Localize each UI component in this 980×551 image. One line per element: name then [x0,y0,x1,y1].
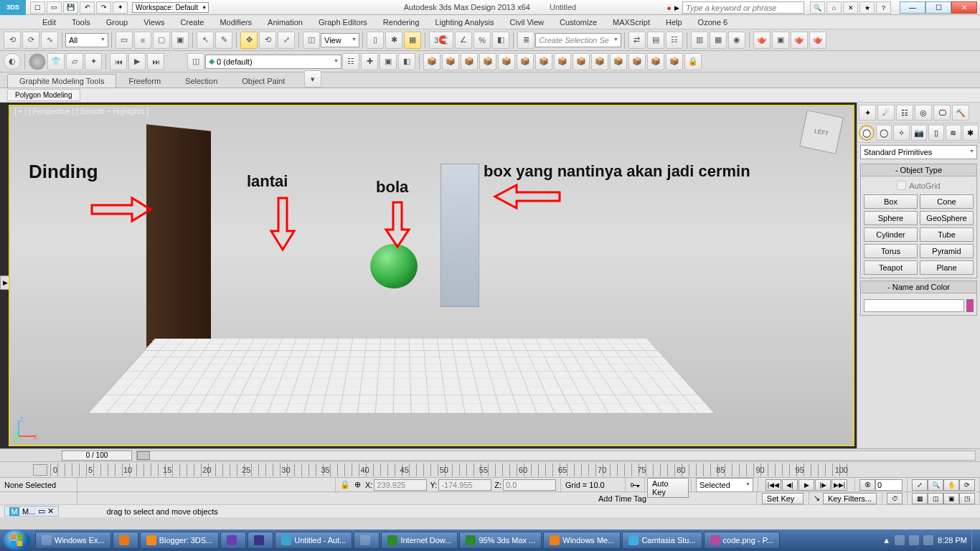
layer-dropdown[interactable]: ◆ 0 (default) [205,55,341,69]
menu-ozone6[interactable]: Ozone 6 [690,18,736,27]
mini-curve-icon[interactable] [33,464,47,476]
help-icon[interactable]: ? [876,1,891,14]
container12-icon[interactable]: 📦 [628,53,646,70]
primitive-teapot-button[interactable]: Teapot [864,260,918,275]
schematic-icon[interactable]: ▦ [710,32,727,49]
named-selection-dropdown[interactable]: Create Selection Se [535,33,621,47]
new-icon[interactable]: ▢ [30,1,45,14]
maximize-vp-icon[interactable]: ▣ [943,493,959,504]
primitive-box-button[interactable]: Box [864,194,918,209]
modify-panel-icon[interactable]: ☄ [877,105,895,121]
select-object-icon[interactable]: ▭ [116,32,133,49]
y-coord-input[interactable] [438,479,491,491]
primitive-torus-button[interactable]: Torus [864,244,918,258]
taskbar-item-4[interactable] [220,532,246,549]
tab-object-paint[interactable]: Object Paint [230,74,297,88]
favorite-icon[interactable]: ★ [859,1,875,14]
keyboard-shortcut-icon[interactable]: ▦ [404,32,421,49]
goto-end-icon[interactable]: ⏭ [147,53,164,70]
use-center-icon[interactable]: ▯ [367,32,384,49]
tab-selection[interactable]: Selection [173,74,230,88]
taskbar-item-8[interactable]: Internet Dow... [381,532,458,549]
container-lock-icon[interactable]: 🔒 [684,53,702,70]
select-by-name-icon[interactable]: ≡ [134,32,151,49]
cameras-category-icon[interactable]: 📷 [911,125,927,141]
container5-icon[interactable]: 📦 [498,53,515,70]
save-icon[interactable]: 💾 [63,1,78,14]
rotate-tool-icon[interactable]: ⟲ [259,32,276,49]
workspace-dropdown[interactable]: Workspace: Default [132,2,209,13]
angle-snap-icon[interactable]: ∠ [455,32,472,49]
menu-views[interactable]: Views [136,18,172,27]
zoom-all-icon[interactable]: ▦ [912,493,928,504]
ref-coord-icon[interactable]: ◫ [303,32,320,49]
z-coord-input[interactable] [503,479,556,491]
layer-select-icon[interactable]: ▣ [380,53,397,70]
layer-new-icon[interactable]: ☷ [342,53,359,70]
key-lock-icon[interactable]: 🗝 [630,479,640,491]
manipulate-icon[interactable]: ✱ [385,32,402,49]
key-filters-icon[interactable]: ↘ [814,494,820,503]
geometry-category-dropdown[interactable]: Standard Primitives [860,145,977,159]
align-icon[interactable]: ▤ [647,32,664,49]
unlink-tool-icon[interactable]: ⟳ [22,32,39,49]
menu-group[interactable]: Group [98,18,136,27]
current-frame-input[interactable] [875,479,903,491]
motion-panel-icon[interactable]: ◎ [915,105,932,121]
material-editor-icon[interactable]: ◉ [728,32,745,49]
container13-icon[interactable]: 📦 [647,53,664,70]
key-mode-toggle-icon[interactable]: ⦿ [859,479,875,491]
taskbar-item-7[interactable] [354,532,380,549]
curve-editor-icon[interactable]: ▥ [691,32,708,49]
layer-toggle-icon[interactable]: ◫ [187,53,204,70]
primitive-geosphere-button[interactable]: GeoSphere [920,211,974,225]
shirt-icon[interactable]: 👕 [47,53,65,70]
primitive-sphere-button[interactable]: Sphere [864,211,918,225]
tab-freeform[interactable]: Freeform [116,74,173,88]
spinner-snap-icon[interactable]: ◧ [492,32,509,49]
taskbar-item-5[interactable] [248,532,273,549]
systems-category-icon[interactable]: ✱ [963,125,979,141]
edit-named-sel-icon[interactable]: ≣ [517,32,534,49]
primitive-cone-button[interactable]: Cone [920,194,974,209]
container11-icon[interactable]: 📦 [610,53,627,70]
rendered-frame-icon[interactable]: ▣ [772,32,789,49]
link-icon[interactable]: ✦ [113,1,128,14]
taskbar-item-3[interactable]: Blogger: 3DS... [140,532,220,549]
shapes-category-icon[interactable]: ◯ [876,125,892,141]
primitive-plane-button[interactable]: Plane [920,260,974,275]
select-icon[interactable]: ↖ [197,32,214,49]
eraser-icon[interactable]: ▱ [66,53,83,70]
paint-select-icon[interactable]: ✎ [215,32,232,49]
minimize-button[interactable]: — [900,1,925,14]
time-ruler[interactable]: 0510152025303540455055606570758085909510… [50,463,851,476]
menu-tools[interactable]: Tools [64,18,98,27]
name-color-rollout-header[interactable]: - Name and Color [860,281,977,293]
layer-manager-icon[interactable]: ☷ [666,32,683,49]
taskbar-item-2[interactable] [113,532,138,549]
zoom-extents-icon[interactable]: ⤢ [912,479,928,491]
geometry-category-icon[interactable]: ◯ [859,125,875,141]
prev-frame-button[interactable]: ◀| [782,479,798,491]
selection-filter-dropdown[interactable]: All [65,33,108,47]
primitive-pyramid-button[interactable]: Pyramid [920,244,974,258]
tray-arrow-icon[interactable]: ▲ [882,536,890,545]
menu-maxscript[interactable]: MAXScript [605,18,658,27]
help-search-input[interactable] [682,1,804,14]
container7-icon[interactable]: 📦 [535,53,552,70]
ribbon-expand-icon[interactable]: ▾ [304,70,321,88]
display-panel-icon[interactable]: 🖵 [933,105,951,121]
key-icon[interactable]: ⌂ [826,1,842,14]
spacewarps-category-icon[interactable]: ≋ [946,125,961,141]
primitive-cylinder-button[interactable]: Cylinder [864,227,918,242]
bind-tool-icon[interactable]: ∿ [41,32,58,49]
app-logo-icon[interactable]: 3DS [0,0,26,15]
viewport-label[interactable]: [ + ] [ Perspective ] [ Smooth + Highlig… [14,108,149,116]
object-type-rollout-header[interactable]: - Object Type [860,164,977,176]
scale-tool-icon[interactable]: ⤢ [278,32,295,49]
subtab-polygon-modeling[interactable]: Polygon Modeling [7,89,80,101]
hierarchy-panel-icon[interactable]: ☷ [896,105,913,121]
taskbar-item-9[interactable]: 95% 3ds Max ... [459,532,542,549]
time-scrollbar[interactable] [136,451,976,461]
container14-icon[interactable]: 📦 [666,53,683,70]
